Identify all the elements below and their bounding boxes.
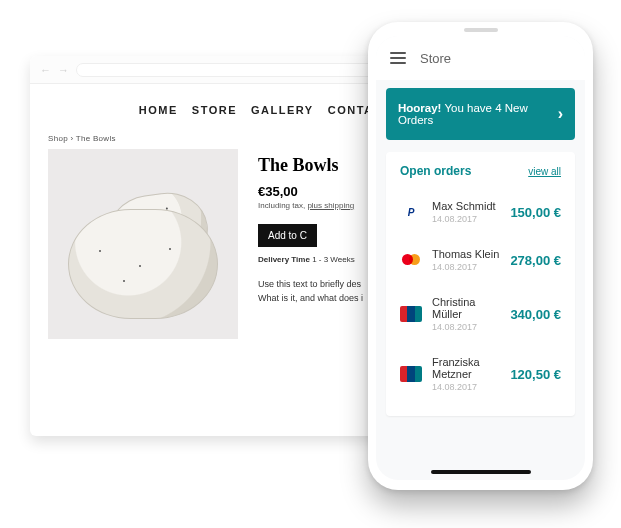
app-title: Store	[420, 51, 451, 66]
order-amount: 120,50 €	[510, 367, 561, 382]
unionpay-icon	[400, 366, 422, 382]
order-row[interactable]: Thomas Klein 14.08.2017 278,00 €	[400, 236, 561, 284]
banner-text: Hooray! You have 4 New Orders	[398, 102, 558, 126]
paypal-icon	[400, 204, 422, 220]
order-name: Christina Müller	[432, 296, 500, 320]
order-main: Max Schmidt 14.08.2017	[432, 200, 500, 224]
order-row[interactable]: Christina Müller 14.08.2017 340,00 €	[400, 284, 561, 344]
nav-home[interactable]: HOME	[139, 104, 178, 116]
delivery-label: Delivery Time	[258, 255, 310, 264]
order-date: 14.08.2017	[432, 214, 500, 224]
product-image	[48, 149, 238, 339]
order-main: Christina Müller 14.08.2017	[432, 296, 500, 332]
order-name: Max Schmidt	[432, 200, 500, 212]
order-amount: 278,00 €	[510, 253, 561, 268]
order-date: 14.08.2017	[432, 262, 500, 272]
add-to-cart-button[interactable]: Add to C	[258, 224, 317, 247]
card-header: Open orders view all	[400, 164, 561, 178]
chevron-right-icon: ›	[558, 105, 563, 123]
browser-forward-icon[interactable]: →	[58, 64, 68, 76]
order-amount: 150,00 €	[510, 205, 561, 220]
mastercard-icon	[400, 252, 422, 268]
new-orders-banner[interactable]: Hooray! You have 4 New Orders ›	[386, 88, 575, 140]
nav-store[interactable]: STORE	[192, 104, 237, 116]
shipping-link[interactable]: plus shipping	[307, 201, 354, 210]
open-orders-card: Open orders view all Max Schmidt 14.08.2…	[386, 152, 575, 416]
order-amount: 340,00 €	[510, 307, 561, 322]
order-row[interactable]: Franziska Metzner 14.08.2017 120,50 €	[400, 344, 561, 404]
phone-frame: Store Hooray! You have 4 New Orders › Op…	[368, 22, 593, 490]
home-indicator[interactable]	[431, 470, 531, 474]
order-row[interactable]: Max Schmidt 14.08.2017 150,00 €	[400, 188, 561, 236]
order-name: Franziska Metzner	[432, 356, 500, 380]
unionpay-icon	[400, 306, 422, 322]
tax-note-prefix: Including tax,	[258, 201, 307, 210]
app-header: Store	[376, 36, 585, 80]
browser-back-icon[interactable]: ←	[40, 64, 50, 76]
order-date: 14.08.2017	[432, 382, 500, 392]
delivery-value: 1 - 3 Weeks	[312, 255, 355, 264]
phone-screen: Store Hooray! You have 4 New Orders › Op…	[376, 36, 585, 480]
desc-line-2: What is it, and what does i	[258, 293, 363, 303]
menu-icon[interactable]	[390, 52, 406, 64]
order-date: 14.08.2017	[432, 322, 500, 332]
view-all-link[interactable]: view all	[528, 166, 561, 177]
order-main: Franziska Metzner 14.08.2017	[432, 356, 500, 392]
order-main: Thomas Klein 14.08.2017	[432, 248, 500, 272]
speaker-icon	[464, 28, 498, 32]
nav-gallery[interactable]: GALLERY	[251, 104, 314, 116]
banner-bold: Hooray!	[398, 102, 441, 114]
open-orders-title: Open orders	[400, 164, 471, 178]
order-name: Thomas Klein	[432, 248, 500, 260]
desc-line-1: Use this text to briefly des	[258, 279, 361, 289]
